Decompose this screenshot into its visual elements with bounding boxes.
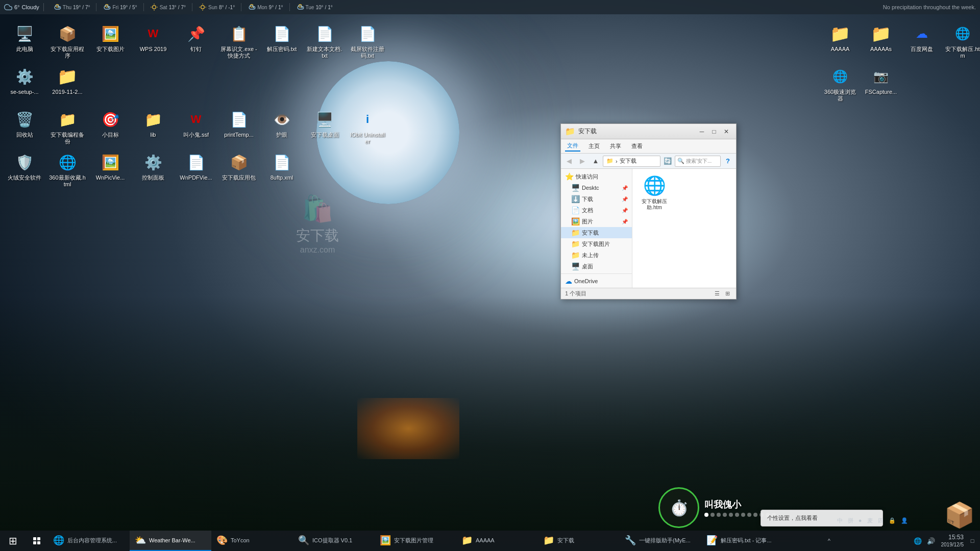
icon-recycle[interactable]: 🗑️ 回收站: [4, 106, 45, 147]
icon-2019[interactable]: 📁 2019-11-2...: [47, 63, 88, 104]
start-button[interactable]: ⊞: [0, 531, 26, 551]
icon-wps[interactable]: W WPS 2019: [133, 20, 174, 61]
icon-8uftp[interactable]: 📄 8uftp.xml: [261, 149, 302, 190]
sidebar-onedrive[interactable]: ☁ OneDrive: [561, 276, 632, 287]
weather-day-thu[interactable]: Thu 19°/7°: [50, 3, 93, 11]
icon-small[interactable]: 🎯 小目标: [90, 106, 131, 147]
taskbar-aaaaa[interactable]: 📁 AAAAA: [456, 531, 538, 551]
taskbar-ico[interactable]: 🔍 ICO提取器 V0.1: [293, 531, 375, 551]
explorer-statusbar: 1 个项目 ☰ ⊞: [561, 288, 736, 299]
icon-huocheng[interactable]: 🛡️ 火绒安全软件: [4, 149, 45, 190]
icon-sesetup[interactable]: ⚙️ se-setup-...: [4, 63, 45, 104]
icon-control[interactable]: ⚙️ 控制面板: [133, 149, 174, 190]
view-list-button[interactable]: ☰: [713, 289, 722, 298]
refresh-button[interactable]: 🔄: [662, 155, 674, 167]
icon-lib[interactable]: 📁 lib: [133, 106, 174, 147]
icon-ssf[interactable]: W 叫小鬼.ssf: [176, 106, 216, 147]
sidebar-images[interactable]: 🖼️ 图片 📌: [561, 216, 632, 227]
icon-aaaas[interactable]: 📁 AAAAAs: [862, 20, 900, 61]
up-button[interactable]: ▲: [590, 155, 602, 167]
icon-screenshot[interactable]: 📋 屏幕识文.exe - 快捷方式: [218, 20, 259, 61]
help-button[interactable]: ?: [722, 155, 734, 167]
ime-lock[interactable]: 🔒: [887, 517, 897, 524]
sidebar-desktop[interactable]: 🖥️ Desktc 📌: [561, 182, 632, 193]
back-button[interactable]: ◀: [563, 155, 575, 167]
sidebar-quick-access[interactable]: ⭐ 快速访问: [561, 171, 632, 182]
close-button[interactable]: ✕: [721, 126, 732, 137]
tray-show-hidden[interactable]: ^: [826, 538, 832, 544]
taskbar-download[interactable]: 📁 安下载: [538, 531, 620, 551]
icon-register[interactable]: 📄 截屏软件注册码.txt: [347, 20, 388, 61]
address-bar[interactable]: 📁 › 安下载: [603, 156, 660, 167]
maximize-button[interactable]: □: [708, 126, 720, 137]
minimize-button[interactable]: ─: [696, 126, 707, 137]
icon-aaaaa[interactable]: 📁 AAAAA: [821, 20, 860, 61]
ime-dot[interactable]: ●: [857, 517, 864, 523]
sidebar-docs[interactable]: 📄 文档 📌: [561, 205, 632, 216]
ribbon-tab-home[interactable]: 主页: [586, 141, 602, 151]
taskbar-toycon[interactable]: 🎨 ToYcon: [211, 531, 293, 551]
sidebar-anxz[interactable]: 📁 安下载: [561, 227, 632, 238]
icon-pictures[interactable]: 🖼️ 安下载图片: [90, 20, 131, 61]
weather-day-sat[interactable]: Sat 13°/7°: [147, 3, 189, 11]
ime-four[interactable]: 四: [876, 517, 885, 524]
icon-dingding[interactable]: 📌 钉钉: [176, 20, 216, 61]
current-condition: Cloudy: [22, 4, 39, 10]
explorer-titlebar[interactable]: 📁 安下载 ─ □ ✕: [561, 124, 736, 139]
taskbar-weatherbar[interactable]: ⛅ Weather Bar-We...: [130, 531, 211, 551]
sidebar-download[interactable]: ⬇️ 下载 📌: [561, 193, 632, 205]
network-tray-icon[interactable]: 🌐: [913, 536, 923, 546]
icon-extract-htm[interactable]: 🌐 安下载解压.htm: [943, 20, 980, 61]
icon-computer[interactable]: 🖥️ 此电脑: [4, 20, 45, 61]
printtemp-icon: 📄: [229, 109, 249, 130]
weather-day-mon[interactable]: Mon 9°/1°: [244, 3, 286, 11]
ime-mic[interactable]: 麦: [866, 517, 874, 524]
icon-newtxt[interactable]: 📄 新建文本文档.txt: [304, 20, 345, 61]
explorer-main[interactable]: 🌐 安下载解压助.htm: [632, 169, 736, 288]
taskbar-backend[interactable]: 🌐 后台内容管理系统...: [48, 531, 130, 551]
icon-360[interactable]: 🌐 360极速浏览器: [821, 63, 860, 104]
notification-button[interactable]: □: [969, 531, 976, 551]
search-box[interactable]: 🔍 搜索'安下...: [675, 156, 721, 167]
taskbar-mye[interactable]: 🔧 一键排版助手(MyE...: [620, 531, 701, 551]
tray-clock[interactable]: 15:53 2019/12/5: [939, 533, 966, 549]
sidebar-bdesktop[interactable]: 🖥️ 桌面: [561, 261, 632, 272]
icon-dl-app2[interactable]: 📦 安下载应用包: [218, 149, 259, 190]
taskbar-items: 🌐 后台内容管理系统... ⛅ Weather Bar-We... 🎨 ToYc…: [48, 531, 821, 551]
sidebar-anxz-img[interactable]: 📁 安下载图片: [561, 238, 632, 249]
ribbon-tab-file[interactable]: 文件: [565, 141, 580, 152]
svg-point-2: [152, 6, 156, 9]
sidebar-upload[interactable]: 📁 未上传: [561, 249, 632, 261]
weather-day-fri[interactable]: Fri 19°/5°: [100, 3, 140, 11]
dl-editor-icon: 📁: [57, 109, 78, 130]
ribbon-tab-share[interactable]: 共享: [608, 141, 623, 151]
sidebar-anxz-label: 安下载: [582, 229, 599, 237]
ribbon-tab-view[interactable]: 查看: [629, 141, 645, 151]
icon-wnpicview[interactable]: 🖼️ WnPicVie...: [90, 149, 131, 190]
mon-icon: [248, 3, 256, 11]
icon-dl-editor[interactable]: 📁 安下载编程备份: [47, 106, 88, 147]
file-extract-help[interactable]: 🌐 安下载解压助.htm: [636, 173, 672, 213]
icon-360new[interactable]: 🌐 360最新收藏.html: [47, 149, 88, 190]
icon-wnpdf[interactable]: 📄 WnPDFVie...: [176, 149, 216, 190]
icon-iobit[interactable]: i IObit Uninstaller: [347, 106, 388, 147]
icon-fscapture[interactable]: 📷 FSCapture...: [862, 63, 900, 104]
sound-tray-icon[interactable]: 🔊: [926, 536, 936, 546]
ime-pin[interactable]: 拼: [846, 517, 855, 524]
taskbar-img-mgr[interactable]: 🖼️ 安下载图片管理: [375, 531, 456, 551]
weather-current[interactable]: 6° Cloudy: [4, 3, 44, 11]
weather-day-tue[interactable]: Tue 10°/1°: [293, 3, 336, 11]
icon-printtemp[interactable]: 📄 printTemp...: [218, 106, 259, 147]
ime-zh[interactable]: 中: [836, 517, 844, 524]
taskbar-notepad[interactable]: 📝 解压密码.txt - 记事...: [701, 531, 783, 551]
icon-eyes[interactable]: 👁️ 护眼: [261, 106, 302, 147]
view-grid-button[interactable]: ⊞: [723, 289, 732, 298]
icon-baidu[interactable]: ☁ 百度网盘: [902, 20, 941, 61]
forward-button[interactable]: ▶: [576, 155, 589, 167]
ime-person[interactable]: 👤: [899, 517, 910, 524]
weather-day-sun[interactable]: Sun 8°/-1°: [195, 3, 238, 11]
icon-extract[interactable]: 📄 解压密码.txt: [261, 20, 302, 61]
icon-dl-desktop[interactable]: 🖥️ 安下载桌面: [304, 106, 345, 147]
icon-download-app[interactable]: 📦 安下载应用程序: [47, 20, 88, 61]
task-view-button[interactable]: [27, 531, 47, 551]
